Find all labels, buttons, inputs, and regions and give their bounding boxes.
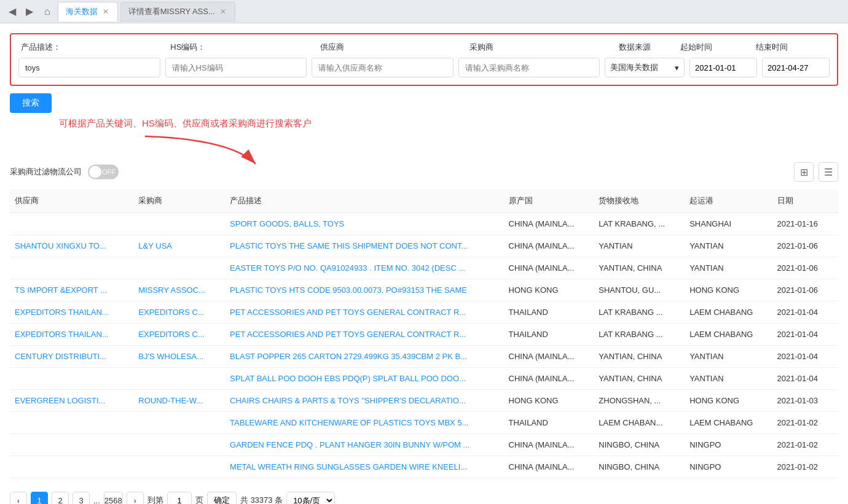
tab-detail[interactable]: 详情查看MISSRY ASS... ✕	[120, 2, 235, 21]
filter-right: ⊞ ☰	[794, 162, 838, 182]
toggle-switch[interactable]: OFF	[88, 165, 119, 179]
buyer-link[interactable]: MISSRY ASSOC...	[138, 285, 205, 295]
page-btn-1[interactable]: 1	[31, 492, 48, 504]
table-row: SHANTOU XINGXU TO...L&Y USAPLASTIC TOYS …	[10, 235, 838, 257]
cell-desc[interactable]: SPLAT BALL POO DOOH EBS PDQ(P) SPLAT BAL…	[225, 368, 504, 390]
cell-date: 2021-01-04	[772, 324, 838, 346]
hint-text: 可根据产品关键词、HS编码、供应商或者采购商进行搜索客户	[59, 118, 312, 130]
col-header-port: 起运港	[685, 189, 772, 213]
cell-date: 2021-01-04	[772, 368, 838, 390]
data-table: 供应商 采购商 产品描述 原产国 货物接收地 起运港 日期 SPORT GOOD…	[10, 189, 838, 478]
cell-buyer	[133, 257, 225, 279]
page-btn-2[interactable]: 2	[52, 492, 69, 504]
cell-origin: THAILAND	[504, 301, 594, 324]
page-btn-3[interactable]: 3	[73, 492, 90, 504]
supplier-link[interactable]: EVERGREEN LOGISTI...	[15, 396, 105, 405]
cell-dest: YANTIAN, CHINA	[594, 368, 685, 390]
cell-port: HONG KONG	[685, 390, 772, 412]
cell-desc[interactable]: PLASTIC TOYS THE SAME THIS SHIPMENT DOES…	[225, 235, 504, 257]
end-date-input[interactable]	[762, 58, 830, 77]
tab-detail-close[interactable]: ✕	[220, 7, 226, 16]
supplier-link[interactable]: TS IMPORT &EXPORT ...	[15, 285, 107, 295]
list-view-btn[interactable]: ☰	[819, 162, 838, 182]
confirm-btn[interactable]: 确定	[207, 492, 237, 504]
table-row: METAL WREATH RING SUNGLASSES GARDEN WIRE…	[10, 456, 838, 478]
cell-date: 2021-01-04	[772, 346, 838, 368]
tab-detail-label: 详情查看MISSRY ASS...	[128, 6, 215, 17]
col-header-origin: 原产国	[504, 189, 594, 213]
cell-desc[interactable]: PET ACCESSORIES AND PET TOYS GENERAL CON…	[225, 324, 504, 346]
cell-buyer: ROUND-THE-W...	[133, 390, 225, 412]
cell-supplier: SHANTOU XINGXU TO...	[10, 235, 133, 257]
buyer-link[interactable]: BJ'S WHOLESA...	[138, 352, 203, 361]
cell-supplier: CENTURY DISTRIBUTI...	[10, 346, 133, 368]
goto-input[interactable]	[167, 492, 192, 504]
cell-origin: HONG KONG	[504, 390, 594, 412]
toggle-text: OFF	[102, 168, 116, 176]
table-row: TABLEWARE AND KITCHENWARE OF PLASTICS TO…	[10, 412, 838, 434]
cell-date: 2021-01-06	[772, 279, 838, 301]
table-row: SPLAT BALL POO DOOH EBS PDQ(P) SPLAT BAL…	[10, 368, 838, 390]
cell-desc[interactable]: METAL WREATH RING SUNGLASSES GARDEN WIRE…	[225, 456, 504, 478]
datasource-select[interactable]: 美国海关数据 ▾	[605, 58, 685, 77]
back-btn[interactable]: ◀	[5, 3, 20, 20]
cell-desc[interactable]: PET ACCESSORIES AND PET TOYS GENERAL CON…	[225, 301, 504, 324]
search-button[interactable]: 搜索	[10, 93, 52, 113]
cell-origin: CHINA (MAINLA...	[504, 346, 594, 368]
tab-customs[interactable]: 海关数据 ✕	[58, 2, 118, 21]
cell-origin: CHINA (MAINLA...	[504, 213, 594, 235]
datasource-label: 数据来源	[616, 42, 678, 53]
col-header-desc: 产品描述	[225, 189, 504, 213]
buyer-link[interactable]: EXPEDITORS C...	[138, 330, 204, 339]
home-btn[interactable]: ⌂	[39, 4, 55, 20]
page-ellipsis: ...	[93, 496, 100, 505]
supplier-link[interactable]: EXPEDITORS THAILAN...	[15, 330, 109, 339]
supplier-link[interactable]: EXPEDITORS THAILAN...	[15, 308, 109, 317]
cell-desc[interactable]: TABLEWARE AND KITCHENWARE OF PLASTICS TO…	[225, 412, 504, 434]
supplier-link[interactable]: SHANTOU XINGXU TO...	[15, 241, 106, 250]
cell-origin: CHINA (MAINLA...	[504, 235, 594, 257]
col-header-buyer: 采购商	[133, 189, 225, 213]
cell-origin: CHINA (MAINLA...	[504, 257, 594, 279]
buyer-link[interactable]: ROUND-THE-W...	[138, 396, 203, 405]
per-page-select[interactable]: 10条/页 20条/页 50条/页	[286, 492, 335, 504]
cell-port: YANTIAN	[685, 235, 772, 257]
grid-view-btn[interactable]: ⊞	[794, 162, 814, 182]
tab-customs-close[interactable]: ✕	[103, 7, 109, 16]
supplier-input[interactable]	[312, 58, 453, 77]
cell-dest: LAT KRABANG, ...	[594, 213, 685, 235]
buyer-input[interactable]	[458, 58, 600, 77]
pagination: ‹ 1 2 3 ... 2568 › 到第 页 确定 共 33373 条 10条…	[10, 487, 838, 504]
cell-desc[interactable]: EASTER TOYS P/O NO. QA91024933 . ITEM NO…	[225, 257, 504, 279]
search-inputs-row: 美国海关数据 ▾	[18, 58, 830, 77]
cell-desc[interactable]: CHAIRS CHAIRS & PARTS & TOYS "SHIPPER'S …	[225, 390, 504, 412]
cell-port: LAEM CHABANG	[685, 412, 772, 434]
next-page-btn[interactable]: ›	[127, 492, 144, 504]
toggle-knob	[89, 166, 101, 178]
hint-area: 可根据产品关键词、HS编码、供应商或者采购商进行搜索客户	[10, 118, 838, 155]
cell-date: 2021-01-02	[772, 456, 838, 478]
page-btn-last[interactable]: 2568	[104, 492, 123, 504]
cell-desc[interactable]: GARDEN FENCE PDQ . PLANT HANGER 30IN BUN…	[225, 434, 504, 456]
col-header-dest: 货物接收地	[594, 189, 685, 213]
buyer-link[interactable]: EXPEDITORS C...	[138, 308, 204, 317]
product-input[interactable]	[18, 58, 160, 77]
cell-desc[interactable]: BLAST POPPER 265 CARTON 2729.499KG 35.43…	[225, 346, 504, 368]
cell-buyer	[133, 456, 225, 478]
page-label: 页	[195, 495, 203, 504]
start-date-input[interactable]	[689, 58, 757, 77]
cell-date: 2021-01-02	[772, 434, 838, 456]
cell-dest: SHANTOU, GU...	[594, 279, 685, 301]
cell-supplier	[10, 456, 133, 478]
forward-btn[interactable]: ▶	[22, 3, 37, 20]
cell-desc[interactable]: PLASTIC TOYS HTS CODE 9503.00.0073, PO#9…	[225, 279, 504, 301]
hs-input[interactable]	[165, 58, 307, 77]
cell-desc[interactable]: SPORT GOODS, BALLS, TOYS	[225, 213, 504, 235]
cell-supplier: TS IMPORT &EXPORT ...	[10, 279, 133, 301]
cell-origin: CHINA (MAINLA...	[504, 368, 594, 390]
cell-buyer	[133, 434, 225, 456]
prev-page-btn[interactable]: ‹	[10, 492, 27, 504]
buyer-link[interactable]: L&Y USA	[138, 241, 172, 250]
cell-buyer: BJ'S WHOLESA...	[133, 346, 225, 368]
supplier-link[interactable]: CENTURY DISTRIBUTI...	[15, 352, 106, 361]
